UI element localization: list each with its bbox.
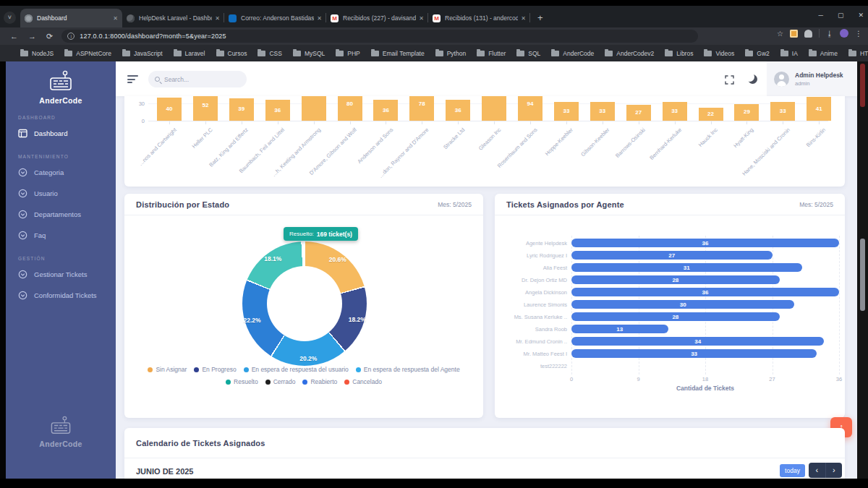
tab-close-icon[interactable]: ✕ xyxy=(215,15,220,22)
bookmark-item[interactable]: Python xyxy=(435,50,466,57)
calendar-prev-button[interactable]: ‹ xyxy=(809,463,826,478)
legend-item[interactable]: Sin Asignar xyxy=(148,366,187,373)
company-bar[interactable] xyxy=(302,96,326,121)
window-maximize-button[interactable]: ▢ xyxy=(838,12,844,19)
x-tick-label: 0 xyxy=(570,376,573,382)
sidebar-item-usuario[interactable]: Usuario xyxy=(6,183,116,204)
legend-label: Cancelado xyxy=(352,378,382,385)
sidebar-item-faq[interactable]: Faq xyxy=(6,225,116,246)
bookmark-item[interactable]: Anime xyxy=(809,50,838,57)
bar-value-label: 29 xyxy=(744,108,750,115)
back-icon[interactable]: ← xyxy=(10,32,18,40)
user-menu[interactable]: Admin Helpdesk admin xyxy=(767,61,857,96)
search-box[interactable] xyxy=(148,71,247,87)
window-close-button[interactable]: ✕ xyxy=(858,12,864,19)
legend-label: Cerrado xyxy=(273,378,296,385)
browser-tab[interactable]: MRecibidos (227) - davisanderso..✕ xyxy=(326,9,428,27)
legend-item[interactable]: Resuelto xyxy=(226,378,258,385)
browser-tab[interactable]: Dashboard✕ xyxy=(20,9,122,27)
forward-icon[interactable]: → xyxy=(28,32,36,40)
browser-tab[interactable]: Correo: Anderson Bastidas - O..✕ xyxy=(224,9,326,27)
bookmark-item[interactable]: SQL xyxy=(516,50,540,57)
tab-search-icon[interactable]: ˅ xyxy=(4,12,16,24)
site-info-icon[interactable]: i xyxy=(67,33,75,40)
sidebar-item-categoria[interactable]: Categoria xyxy=(6,162,116,183)
new-tab-button[interactable]: + xyxy=(537,12,543,23)
menu-toggle-icon[interactable] xyxy=(127,75,138,83)
download-icon[interactable]: ⭳ xyxy=(826,30,833,38)
legend-item[interactable]: En espera de respuesta del Agente xyxy=(356,366,460,373)
fullscreen-icon[interactable] xyxy=(725,75,734,85)
bookmark-item[interactable]: ASPNetCore xyxy=(64,50,111,57)
legend-item[interactable]: En Progreso xyxy=(194,366,236,373)
agent-label: Angela Dickinson xyxy=(495,289,567,296)
bookmark-item[interactable]: AnderCode xyxy=(551,50,594,57)
tab-close-icon[interactable]: ✕ xyxy=(113,15,118,22)
bar-value-label: 27 xyxy=(635,109,642,116)
legend-item[interactable]: Cancelado xyxy=(344,378,382,385)
search-input[interactable] xyxy=(164,76,237,83)
bookmark-item[interactable]: IA xyxy=(780,50,798,57)
folder-icon xyxy=(64,51,72,56)
tab-close-icon[interactable]: ✕ xyxy=(521,15,526,22)
bookmark-label: Libros xyxy=(676,50,693,57)
bar-value-label: 80 xyxy=(346,100,353,107)
sidebar-item-label: Dashboard xyxy=(34,129,67,137)
month-badge: Mes: 5/2025 xyxy=(438,201,472,208)
bookmark-item[interactable]: NodeJS xyxy=(20,50,54,57)
site-favicon-icon xyxy=(127,14,135,22)
legend-item[interactable]: Cerrado xyxy=(265,378,296,385)
bookmark-item[interactable]: PHP xyxy=(336,50,359,57)
browser-tab[interactable]: MRecibidos (131) - andercode87..✕ xyxy=(428,9,530,27)
sidebar-item-dashboard[interactable]: Dashboard xyxy=(6,123,116,144)
brand-logo[interactable]: AnderCode xyxy=(6,61,116,105)
extension-icon[interactable] xyxy=(790,30,798,38)
bookmark-label: Email Template xyxy=(383,50,425,57)
tooltip-value: 169 ticket(s) xyxy=(317,231,352,238)
andercode-logo-icon xyxy=(46,70,76,92)
bookmark-item[interactable]: Libros xyxy=(665,50,693,57)
dark-mode-icon[interactable] xyxy=(748,74,757,84)
bookmark-item[interactable]: CSS xyxy=(258,50,281,57)
extensions-puzzle-icon[interactable] xyxy=(804,30,812,38)
bookmark-item[interactable]: Email Template xyxy=(371,50,425,57)
bookmark-item[interactable]: AnderCodev2 xyxy=(605,50,654,57)
browser-tab[interactable]: HelpDesk Laravel - Dashboard✕ xyxy=(122,9,224,27)
sidebar-item-gestionar-tickets[interactable]: Gestionar Tickets xyxy=(6,264,116,285)
bookmark-item[interactable]: MySQL xyxy=(293,50,325,57)
folder-icon xyxy=(174,51,182,56)
bookmark-item[interactable]: Gw2 xyxy=(745,50,769,57)
browser-menu-icon[interactable]: ⋮ xyxy=(855,30,862,38)
profile-avatar[interactable] xyxy=(840,29,848,38)
legend-item[interactable]: Reabierto xyxy=(302,378,337,385)
chart-tooltip: Resuelto: 169 ticket(s) xyxy=(284,227,358,241)
legend-item[interactable]: En espera de respuesta del usuario xyxy=(244,366,349,373)
sidebar-item-departamentos[interactable]: Departamentos xyxy=(6,204,116,225)
bookmark-item[interactable]: HTML xyxy=(848,50,868,57)
bookmark-item[interactable]: Laravel xyxy=(174,50,205,57)
bookmark-item[interactable]: Flutter xyxy=(477,50,506,57)
calendar-today-button[interactable]: today xyxy=(780,464,805,477)
tickets-por-empresa-card: 30040…nos and Cartwright52Heller PLC39Ba… xyxy=(124,96,845,187)
tab-close-icon[interactable]: ✕ xyxy=(317,15,322,22)
sidebar-item-conformidad-tickets[interactable]: Conformidad Tickets xyxy=(6,285,116,306)
bookmark-item[interactable]: Cursos xyxy=(216,50,247,57)
url-text: 127.0.0.1:8000/dashboard?month=5&year=20… xyxy=(80,33,226,40)
folder-icon xyxy=(780,51,788,56)
bookmark-item[interactable]: JavaScript xyxy=(122,50,163,57)
scrollbar-thumb[interactable] xyxy=(860,239,865,311)
bookmark-star-icon[interactable]: ☆ xyxy=(777,30,783,38)
address-bar[interactable]: i 127.0.0.1:8000/dashboard?month=5&year=… xyxy=(61,30,698,43)
calendar-next-button[interactable]: › xyxy=(826,463,843,478)
x-tick xyxy=(350,121,351,124)
page-scrollbar[interactable] xyxy=(857,61,868,479)
tab-close-icon[interactable]: ✕ xyxy=(419,15,424,22)
window-minimize-button[interactable]: ─ xyxy=(819,12,823,19)
company-bar[interactable] xyxy=(482,96,506,121)
calendar-card: Calendario de Tickets Asignados JUNIO DE… xyxy=(124,428,845,479)
circle-arrow-icon xyxy=(18,210,27,219)
bookmark-item[interactable]: Videos xyxy=(704,50,734,57)
reload-icon[interactable]: ⟳ xyxy=(46,32,53,41)
sidebar-section-label: DASHBOARD xyxy=(6,115,116,120)
slice-percent-label: 22.2% xyxy=(244,317,261,324)
